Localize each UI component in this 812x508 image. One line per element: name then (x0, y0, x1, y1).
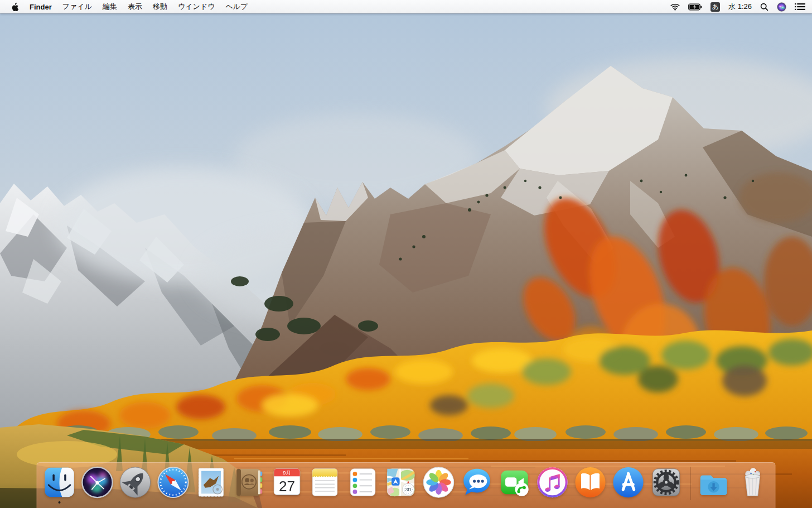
maps-3d-badge: 3D (405, 487, 411, 492)
facetime-icon (497, 465, 532, 500)
system-preferences-icon (649, 465, 684, 500)
maps-icon: 3D (384, 465, 418, 500)
wallpaper-high-sierra (0, 13, 812, 508)
wifi-menu-extra[interactable] (670, 3, 680, 11)
desktop[interactable] (0, 0, 812, 508)
dock-item-reminders[interactable] (345, 465, 381, 504)
calendar-month-label: 9月 (283, 470, 291, 476)
dock: 9月 27 (37, 462, 776, 508)
itunes-icon (535, 465, 570, 500)
reminders-icon (346, 465, 380, 500)
notification-center-menu-extra[interactable] (795, 3, 805, 11)
menu-edit[interactable]: 編集 (103, 2, 117, 12)
menu-file[interactable]: ファイル (62, 2, 92, 12)
menu-help[interactable]: ヘルプ (225, 2, 248, 12)
siri-menu-extra[interactable] (777, 2, 786, 12)
dock-item-launchpad[interactable] (118, 465, 153, 504)
dock-separator (690, 467, 691, 500)
menu-bar: Finder ファイル 編集 表示 移動 ウインドウ ヘルプ あ 水 1:26 (0, 0, 812, 13)
input-source-menu-extra[interactable]: あ (710, 2, 720, 12)
menu-view[interactable]: 表示 (128, 2, 142, 12)
dock-item-system-preferences[interactable] (649, 465, 684, 504)
dock-item-photos[interactable] (421, 465, 457, 504)
battery-menu-extra[interactable] (688, 3, 702, 11)
wifi-icon (670, 3, 680, 11)
dock-item-app-store[interactable] (611, 465, 646, 504)
active-app-name[interactable]: Finder (30, 3, 52, 11)
ibooks-icon (573, 465, 608, 500)
dock-item-ibooks[interactable] (573, 465, 608, 504)
dock-item-contacts[interactable] (231, 465, 267, 504)
apple-menu[interactable] (11, 2, 19, 12)
finder-icon (42, 465, 77, 500)
dock-item-itunes[interactable] (535, 465, 571, 504)
dock-item-trash[interactable] (735, 465, 771, 504)
app-store-icon (611, 465, 646, 500)
siri-icon (777, 2, 786, 12)
running-indicator (59, 501, 61, 504)
dock-item-downloads[interactable] (697, 465, 733, 504)
dock-item-siri[interactable] (80, 465, 115, 504)
safari-icon (156, 465, 191, 500)
notification-center-icon (795, 3, 805, 11)
dock-item-facetime[interactable] (497, 465, 533, 504)
spotlight-search-icon (760, 3, 768, 11)
siri-dock-icon (80, 465, 115, 500)
battery-charging-icon (688, 3, 702, 11)
calendar-icon: 9月 27 (270, 465, 304, 500)
messages-icon (460, 465, 494, 500)
mail-icon (194, 465, 229, 500)
calendar-day-label: 27 (279, 478, 295, 495)
photos-icon (422, 465, 456, 500)
trash-full-icon (736, 465, 770, 500)
spotlight-menu-extra[interactable] (760, 3, 768, 11)
dock-item-mail[interactable] (194, 465, 229, 504)
notes-icon (308, 465, 342, 500)
menu-bar-clock[interactable]: 水 1:26 (728, 2, 752, 12)
menu-go[interactable]: 移動 (153, 2, 167, 12)
dock-item-safari[interactable] (156, 465, 191, 504)
apple-logo-icon (11, 2, 19, 12)
launchpad-icon (118, 465, 153, 500)
contacts-icon (232, 465, 267, 500)
menu-window[interactable]: ウインドウ (178, 2, 215, 12)
dock-item-messages[interactable] (459, 465, 495, 504)
dock-item-finder[interactable] (42, 465, 78, 504)
dock-item-notes[interactable] (307, 465, 343, 504)
menu-bar-status-area: あ 水 1:26 (670, 2, 812, 12)
dock-item-maps[interactable]: 3D (383, 465, 419, 504)
dock-item-calendar[interactable]: 9月 27 (269, 465, 305, 504)
downloads-folder-icon (698, 465, 732, 500)
